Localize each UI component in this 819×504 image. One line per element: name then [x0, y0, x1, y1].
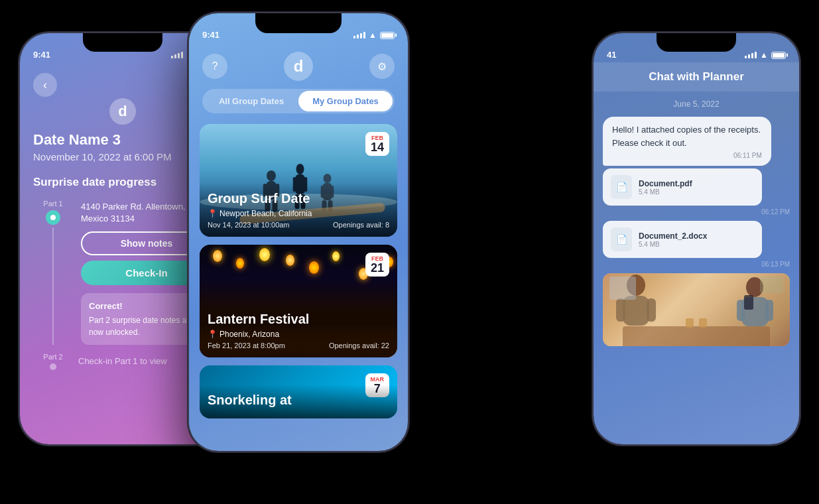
back-button[interactable]: ‹ [33, 73, 57, 97]
coffee-cups [686, 318, 707, 328]
notch-left [83, 33, 162, 52]
right-phone-content: Chat with Planner June 5, 2022 Hello! I … [594, 62, 799, 444]
center-header: ? d ⚙ [189, 44, 408, 89]
timeline-part2: Part 2 Check-in Part 1 to view [33, 353, 212, 370]
event3-overlay: Snorkeling at [200, 385, 397, 418]
event1-title: Group Surf Date [208, 191, 389, 206]
date-info: Date Name 3 November 10, 2022 at 6:00 PM [33, 131, 212, 162]
event2-day: 21 [371, 262, 384, 274]
status-icons-center: ▲ [353, 31, 395, 40]
svg-rect-19 [623, 296, 649, 326]
file-attachment-1[interactable]: 📄 Document.pdf 5.4 MB [603, 168, 762, 206]
tab-all-dates[interactable]: All Group Dates [204, 91, 298, 111]
shelf [760, 277, 783, 293]
file-attachment-2[interactable]: 📄 Document_2.docx 5.4 MB [603, 221, 762, 258]
event1-time: Nov 14, 2023 at 10:00am [208, 221, 290, 229]
event-card-snorkel[interactable]: Mar 7 Snorkeling at [200, 365, 397, 418]
file2-size: 5.4 MB [639, 241, 754, 248]
svg-rect-25 [765, 300, 773, 321]
phone-in-hand [744, 295, 753, 310]
event2-location: 📍 Phoenix, Arizona [208, 330, 389, 339]
wifi-icon-center: ▲ [369, 31, 377, 40]
sliders-icon: ⚙ [377, 60, 387, 73]
tab-my-dates[interactable]: My Group Dates [298, 91, 393, 111]
message-text-1: Hello! I attached copies of the receipts… [612, 123, 762, 149]
wifi-icon-right: ▲ [760, 50, 768, 60]
event3-title: Snorkeling at [208, 393, 389, 408]
cup2 [699, 318, 707, 328]
pin-icon-2: 📍 [208, 330, 218, 339]
svg-rect-21 [647, 298, 656, 322]
file1-info: Document.pdf 5.4 MB [639, 179, 754, 196]
event1-location: 📍 Newport Beach, California [208, 209, 389, 218]
timeline-dot-active [46, 210, 60, 225]
window [609, 277, 636, 300]
file1-name: Document.pdf [639, 179, 754, 188]
chat-header: Chat with Planner [594, 62, 799, 92]
lantern4 [286, 255, 294, 266]
event1-day: 14 [371, 141, 384, 153]
event-card-surf[interactable]: FEB 14 Group Surf Date 📍 Newport Beach, … [200, 124, 397, 237]
tab-bar: All Group Dates My Group Dates [202, 89, 395, 113]
signal-icon-right [745, 52, 757, 58]
time-center: 9:41 [202, 30, 220, 40]
event2-title: Lantern Festival [208, 312, 389, 327]
message-time-1: 06:11 PM [612, 152, 762, 159]
svg-point-12 [324, 174, 332, 183]
event1-openings: Openings avail: 8 [333, 221, 389, 229]
timeline-line [52, 227, 54, 345]
part2-left: Part 2 [33, 353, 73, 370]
svg-point-6 [296, 164, 304, 174]
file2-time: 06:13 PM [603, 261, 790, 268]
notch-right [657, 33, 736, 52]
file1-size: 5.4 MB [639, 188, 754, 196]
lantern3 [259, 248, 270, 261]
chat-title: Chat with Planner [604, 70, 788, 84]
event2-overlay: Lantern Festival 📍 Phoenix, Arizona Feb … [200, 304, 397, 357]
date-datetime: November 10, 2022 at 6:00 PM [33, 151, 212, 162]
battery-icon-center [380, 32, 395, 39]
pin-icon-1: 📍 [208, 209, 218, 218]
part1-label: Part 1 [43, 200, 62, 208]
center-phone-content: ? d ⚙ All Group Dates My Group Dates [189, 44, 408, 451]
app-logo-center: d [284, 52, 313, 81]
signal-icon-left [171, 52, 183, 58]
message-bubble-1: Hello! I attached copies of the receipts… [603, 117, 771, 166]
phone-center: 9:41 ▲ ? d ⚙ [189, 13, 408, 451]
file2-name: Document_2.docx [639, 231, 754, 241]
part2-label: Part 2 [43, 353, 62, 361]
question-icon: ? [212, 60, 218, 72]
file1-time: 06:12 PM [603, 208, 790, 216]
lantern5 [309, 261, 319, 274]
timeline-part1: Part 1 4140 Parker Rd. Allentown, New Me… [33, 200, 212, 345]
chat-messages: June 5, 2022 Hello! I attached copies of… [594, 92, 799, 354]
progress-title: Surprise date progress [33, 176, 212, 189]
event-card-lantern[interactable]: FEB 21 Lantern Festival 📍 Phoenix, Arizo… [200, 245, 397, 357]
date-title: Date Name 3 [33, 131, 212, 149]
docx-icon: 📄 [611, 227, 632, 251]
cup1 [686, 318, 694, 328]
battery-icon-right [771, 52, 786, 59]
filter-button[interactable]: ⚙ [369, 54, 395, 79]
event2-date-badge: FEB 21 [365, 253, 389, 277]
svg-point-0 [267, 170, 276, 181]
time-right: 41 [607, 50, 616, 60]
event2-details: Feb 21, 2023 at 8:00pm Openings avail: 2… [208, 342, 389, 349]
lantern2 [236, 258, 244, 269]
event2-time: Feb 21, 2023 at 8:00pm [208, 342, 285, 349]
dot-inner [50, 215, 56, 220]
part2-text: Check-in Part 1 to view [78, 356, 167, 366]
phone-right: 41 ▲ Chat with Planner June 5, 2022 Hell… [594, 33, 799, 444]
lantern1 [213, 250, 222, 262]
notch-center [255, 13, 342, 33]
file2-info: Document_2.docx 5.4 MB [639, 231, 754, 248]
correct-title: Correct! [89, 300, 204, 313]
time-left: 9:41 [33, 50, 50, 60]
date-separator: June 5, 2022 [603, 99, 790, 109]
timeline-left-col: Part 1 [33, 200, 73, 345]
chat-image [603, 273, 790, 346]
event2-openings: Openings avail: 22 [329, 342, 389, 349]
help-button[interactable]: ? [202, 54, 227, 79]
part2-dot [50, 363, 56, 370]
signal-icon-center [353, 32, 365, 38]
